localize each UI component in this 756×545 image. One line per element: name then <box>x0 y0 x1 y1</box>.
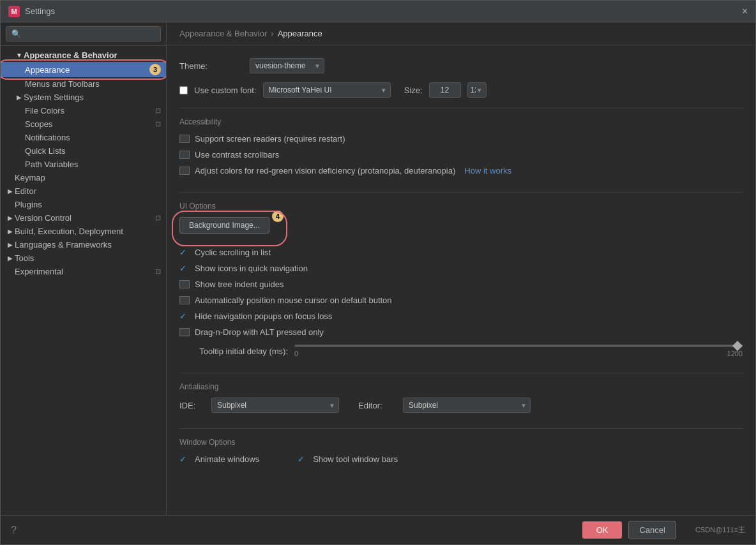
sidebar-item-appearance[interactable]: Appearance 3 <box>1 62 166 77</box>
annotation-3: 3 <box>149 64 161 75</box>
cyclic-scrolling-check[interactable]: ✓ <box>179 248 190 257</box>
sidebar-item-scopes[interactable]: Scopes ⊡ <box>1 117 166 131</box>
search-input[interactable] <box>6 26 161 41</box>
sidebar-item-quick-lists[interactable]: Quick Lists <box>1 144 166 158</box>
sidebar-item-appearance-behavior[interactable]: ▼ Appearance & Behavior <box>1 49 166 62</box>
sidebar-item-editor[interactable]: ▶ Editor <box>1 184 166 198</box>
expand-arrow: ▶ <box>6 255 15 262</box>
sidebar-item-system-settings[interactable]: ▶ System Settings <box>1 91 166 104</box>
app-icon: M <box>8 6 20 17</box>
sidebar-item-build[interactable]: ▶ Build, Execution, Deployment <box>1 225 166 238</box>
sidebar: ▼ Appearance & Behavior Appearance 3 Men… <box>1 22 167 515</box>
adjust-colors-checkbox[interactable] <box>179 167 190 175</box>
ide-dropdown[interactable]: Subpixel <box>211 398 339 413</box>
sidebar-item-label: Plugins <box>15 200 161 209</box>
editor-dropdown-wrap: Subpixel ▼ <box>403 398 531 413</box>
contrast-scrollbars-row: Use contrast scrollbars <box>179 149 743 161</box>
sidebar-item-label: Keymap <box>15 173 161 183</box>
titlebar-left: M Settings <box>8 6 55 17</box>
show-tool-window-row: ✓ Show tool window bars <box>298 453 398 465</box>
sidebar-item-menus-toolbars[interactable]: Menus and Toolbars <box>1 77 166 91</box>
sidebar-item-plugins[interactable]: Plugins <box>1 198 166 211</box>
copy-icon: ⊡ <box>155 214 161 222</box>
close-button[interactable]: × <box>742 6 748 17</box>
slider-max: 1200 <box>727 350 743 357</box>
svg-text:M: M <box>11 8 17 15</box>
custom-font-label: Use custom font: <box>194 86 257 95</box>
settings-content: Theme: vuesion-theme ▼ Use custom font: <box>167 45 755 515</box>
background-image-button[interactable]: Background Image... <box>179 217 269 234</box>
sidebar-item-label: Path Variables <box>25 160 161 169</box>
accessibility-label: Accessibility <box>179 117 743 126</box>
content-area: ▼ Appearance & Behavior Appearance 3 Men… <box>1 22 755 515</box>
hide-nav-label: Hide navigation popups on focus loss <box>195 311 332 321</box>
nav-tree: ▼ Appearance & Behavior Appearance 3 Men… <box>1 46 166 515</box>
sidebar-item-experimental[interactable]: Experimental ⊡ <box>1 265 166 278</box>
cyclic-scrolling-label: Cyclic scrolling in list <box>195 248 271 257</box>
antialiasing-row: IDE: Subpixel ▼ Editor: Subpixel <box>179 398 743 413</box>
tooltip-slider[interactable] <box>294 345 743 347</box>
sidebar-item-keymap[interactable]: Keymap <box>1 171 166 184</box>
auto-position-label: Automatically position mouse cursor on d… <box>195 295 392 305</box>
contrast-scrollbars-checkbox[interactable] <box>179 151 190 159</box>
font-size-input[interactable] <box>429 82 461 98</box>
copy-icon: ⊡ <box>155 120 161 128</box>
drag-drop-checkbox[interactable] <box>179 328 190 336</box>
drag-drop-label: Drag-n-Drop with ALT pressed only <box>195 327 324 337</box>
show-tree-row: Show tree indent guides <box>179 278 743 290</box>
adjust-colors-row: Adjust colors for red-green vision defic… <box>179 165 743 177</box>
breadcrumb-current: Appearance <box>278 29 322 38</box>
screen-readers-checkbox[interactable] <box>179 135 190 143</box>
sidebar-item-label: Version Control <box>15 213 155 223</box>
show-tree-checkbox[interactable] <box>179 280 190 288</box>
show-icons-label: Show icons in quick navigation <box>195 264 308 273</box>
cancel-button[interactable]: Cancel <box>628 521 676 539</box>
window-options-row: ✓ Animate windows ✓ Show tool window bar… <box>179 453 743 469</box>
window-options-section: Window Options ✓ Animate windows ✓ Show … <box>179 438 743 469</box>
ok-button[interactable]: OK <box>582 521 623 539</box>
ide-label: IDE: <box>179 401 205 410</box>
sidebar-item-languages[interactable]: ▶ Languages & Frameworks <box>1 238 166 251</box>
sidebar-item-label: Notifications <box>25 133 161 142</box>
theme-dropdown[interactable]: vuesion-theme <box>250 58 324 73</box>
sidebar-item-path-variables[interactable]: Path Variables <box>1 158 166 171</box>
bottom-right: OK Cancel CSDN@111≡王 <box>582 521 745 539</box>
custom-font-checkbox[interactable] <box>179 86 188 94</box>
font-dropdown[interactable]: Microsoft YaHei UI <box>263 82 391 98</box>
divider-4 <box>179 428 743 429</box>
expand-arrow: ▶ <box>15 94 24 101</box>
sidebar-item-file-colors[interactable]: File Colors ⊡ <box>1 104 166 117</box>
tooltip-slider-container: 0 1200 <box>294 345 743 357</box>
bottom-bar: ? OK Cancel CSDN@111≡王 <box>1 515 755 544</box>
auto-position-checkbox[interactable] <box>179 296 190 304</box>
ui-options-section: UI Options Background Image... 4 ✓ Cycli… <box>179 202 743 357</box>
font-size-dropdown[interactable]: 12 <box>467 82 487 98</box>
sidebar-item-label: Scopes <box>25 119 155 129</box>
editor-dropdown[interactable]: Subpixel <box>403 398 531 413</box>
copy-icon: ⊡ <box>155 267 161 276</box>
editor-aa-label: Editor: <box>358 401 397 410</box>
adjust-colors-label: Adjust colors for red-green vision defic… <box>195 166 455 175</box>
drag-drop-row: Drag-n-Drop with ALT pressed only <box>179 326 743 338</box>
ide-dropdown-wrap: Subpixel ▼ <box>211 398 339 413</box>
breadcrumb: Appearance & Behavior › Appearance <box>167 22 755 45</box>
how-it-works-link[interactable]: How it works <box>464 166 511 175</box>
tooltip-row: Tooltip initial delay (ms): 0 1200 <box>179 345 743 357</box>
show-icons-check[interactable]: ✓ <box>179 264 190 273</box>
annotation-4: 4 <box>272 211 284 222</box>
help-button[interactable]: ? <box>11 525 17 536</box>
sidebar-item-tools[interactable]: ▶ Tools <box>1 251 166 265</box>
hide-nav-check[interactable]: ✓ <box>179 311 190 321</box>
divider-2 <box>179 192 743 193</box>
settings-dialog: M Settings × ▼ Appearance & Behavior App… <box>0 0 756 545</box>
animate-windows-check[interactable]: ✓ <box>179 454 190 464</box>
sidebar-item-label: Quick Lists <box>25 146 161 156</box>
sidebar-item-notifications[interactable]: Notifications <box>1 131 166 144</box>
divider <box>179 108 743 108</box>
main-panel: Appearance & Behavior › Appearance Theme… <box>167 22 755 515</box>
sidebar-item-version-control[interactable]: ▶ Version Control ⊡ <box>1 211 166 225</box>
show-tool-window-check[interactable]: ✓ <box>298 454 308 464</box>
sidebar-item-label: Appearance & Behavior <box>24 50 161 60</box>
theme-row: Theme: vuesion-theme ▼ <box>179 58 743 73</box>
slider-markers: 0 1200 <box>294 350 743 357</box>
